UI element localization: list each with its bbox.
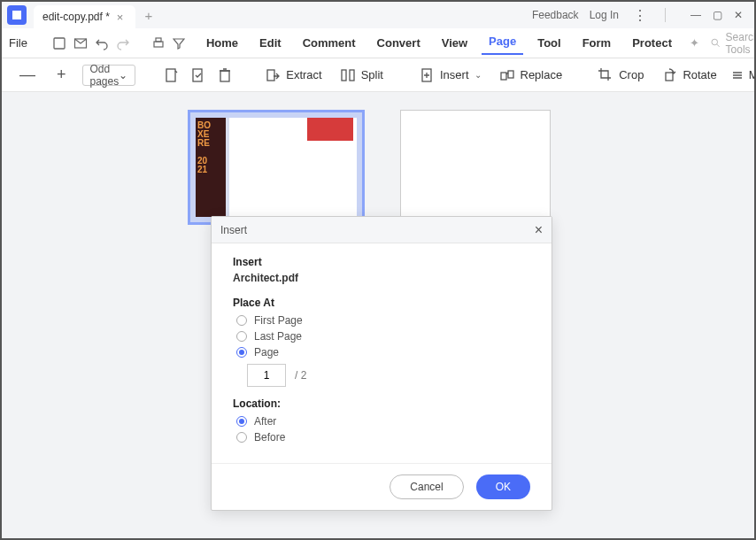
page-thumbnail-2[interactable] (400, 110, 551, 225)
radio-icon (236, 347, 247, 358)
document-tab[interactable]: edit-copy.pdf * × (34, 5, 135, 28)
ok-button[interactable]: OK (476, 474, 530, 499)
dialog-header: Insert × (212, 217, 552, 243)
titlebar: edit-copy.pdf * × + Feedback Log In ⋮ — … (2, 2, 754, 28)
location-label: Location: (233, 397, 530, 410)
search-icon (711, 37, 721, 49)
page-number-input[interactable] (247, 364, 286, 387)
radio-icon (236, 432, 247, 443)
radio-first-page[interactable]: First Page (236, 314, 530, 327)
radio-page[interactable]: Page (236, 346, 530, 359)
undo-icon[interactable] (95, 34, 109, 53)
place-at-label: Place At (233, 297, 530, 309)
page-total-label: / 2 (295, 369, 306, 382)
redo-icon[interactable] (116, 34, 130, 53)
menu-edit[interactable]: Edit (252, 33, 289, 53)
zoom-out-button[interactable]: — (14, 66, 41, 84)
print-icon[interactable] (151, 34, 166, 53)
svg-rect-7 (220, 71, 229, 81)
minimize-icon[interactable]: — (685, 4, 706, 26)
svg-rect-5 (166, 69, 175, 81)
separator (665, 8, 666, 22)
maximize-icon[interactable]: ▢ (706, 4, 728, 26)
menu-home[interactable]: Home (199, 33, 245, 53)
insert-dialog: Insert × Insert Architect.pdf Place At F… (211, 216, 552, 511)
magic-icon[interactable]: ✦ (686, 34, 702, 53)
login-link[interactable]: Log In (590, 9, 619, 21)
menu-form[interactable]: Form (575, 33, 619, 53)
crop-icon (598, 67, 613, 83)
split-icon (340, 67, 356, 83)
menubar: File Home Edit Comment Convert View Page… (2, 28, 754, 58)
replace-button[interactable]: Replace (496, 66, 567, 85)
more-button[interactable]: More › (731, 68, 756, 81)
svg-rect-13 (508, 71, 513, 78)
insert-button[interactable]: Insert ⌄ (415, 66, 485, 85)
menu-page[interactable]: Page (482, 31, 523, 55)
tab-title: edit-copy.pdf * (42, 11, 110, 23)
svg-rect-9 (342, 70, 346, 81)
svg-point-4 (712, 39, 718, 45)
rotate-button[interactable]: Rotate (658, 66, 720, 85)
page-box2-icon[interactable] (190, 67, 206, 83)
menu-comment[interactable]: Comment (296, 33, 363, 53)
close-icon[interactable]: ✕ (728, 4, 749, 26)
search-tools[interactable]: Search Tools (711, 31, 756, 56)
more-icon (731, 69, 744, 81)
menu-dots-icon[interactable]: ⋮ (629, 7, 651, 24)
extract-icon (265, 67, 281, 83)
insert-label: Insert (233, 256, 530, 268)
insert-icon (419, 67, 435, 83)
radio-before[interactable]: Before (236, 431, 530, 444)
page-box1-icon[interactable] (164, 67, 180, 83)
filter-icon[interactable] (173, 34, 185, 53)
workspace: BOXERE2021 Insert × Insert Architect.pdf… (2, 92, 754, 538)
split-button[interactable]: Split (336, 66, 387, 85)
thumbnail-content: BOXERE2021 (196, 118, 226, 217)
chevron-down-icon: ⌄ (119, 69, 127, 81)
svg-rect-14 (666, 73, 673, 81)
menu-protect[interactable]: Protect (625, 33, 679, 53)
menu-tool[interactable]: Tool (530, 33, 567, 53)
radio-after[interactable]: After (236, 415, 530, 428)
radio-last-page[interactable]: Last Page (236, 330, 530, 343)
zoom-in-button[interactable]: + (51, 66, 72, 84)
dialog-close-icon[interactable]: × (535, 222, 543, 238)
menu-convert[interactable]: Convert (370, 33, 428, 53)
new-tab-button[interactable]: + (144, 8, 152, 23)
radio-icon (236, 315, 247, 326)
svg-rect-3 (156, 38, 161, 42)
save-icon[interactable] (52, 34, 66, 53)
page-filter-dropdown[interactable]: Odd pages ⌄ (82, 65, 136, 86)
radio-icon (236, 416, 247, 427)
svg-rect-10 (350, 70, 354, 81)
replace-icon (499, 67, 515, 83)
dialog-title: Insert (220, 224, 247, 236)
page-toolbar: — + Odd pages ⌄ Extract Split Insert ⌄ R… (2, 58, 754, 92)
cancel-button[interactable]: Cancel (390, 474, 463, 499)
page-thumbnail-1[interactable]: BOXERE2021 (188, 110, 365, 225)
delete-page-icon[interactable] (217, 67, 233, 83)
mail-icon[interactable] (73, 34, 88, 53)
feedback-link[interactable]: Feedback (532, 9, 579, 21)
svg-rect-6 (193, 69, 202, 81)
app-icon (7, 5, 27, 25)
svg-rect-2 (154, 42, 163, 47)
crop-button[interactable]: Crop (594, 66, 647, 85)
radio-icon (236, 331, 247, 342)
chevron-down-icon: ⌄ (474, 70, 482, 80)
svg-rect-12 (501, 73, 506, 80)
tab-close-icon[interactable]: × (117, 11, 124, 24)
insert-filename: Architect.pdf (233, 272, 530, 284)
file-menu[interactable]: File (9, 36, 27, 50)
svg-rect-8 (267, 70, 274, 81)
extract-button[interactable]: Extract (261, 66, 325, 85)
menu-view[interactable]: View (435, 33, 474, 53)
svg-rect-0 (54, 38, 65, 49)
rotate-icon (661, 67, 677, 83)
